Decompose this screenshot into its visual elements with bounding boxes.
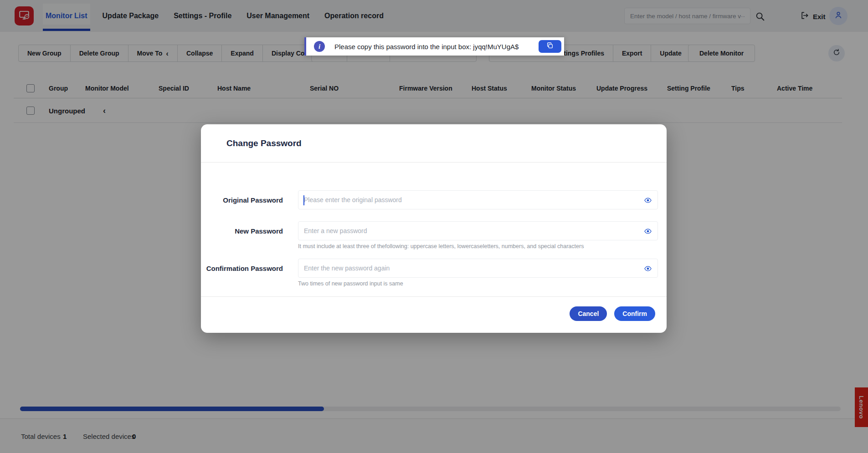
dialog-body: Original Password New Password (201, 163, 667, 331)
confirmation-password-field (298, 259, 658, 278)
show-password-icon[interactable] (644, 227, 652, 235)
confirmation-password-label: Confirmation Password (201, 265, 283, 272)
change-password-dialog: Change Password Original Password New Pa… (201, 124, 667, 333)
dialog-title: Change Password (226, 138, 302, 148)
new-password-field (298, 221, 658, 240)
original-password-row: Original Password (201, 190, 667, 209)
show-password-icon[interactable] (644, 265, 652, 273)
password-banner: i Please copy this password into the inp… (304, 37, 564, 56)
cancel-button[interactable]: Cancel (570, 306, 607, 321)
copy-password-button[interactable] (539, 40, 561, 53)
confirm-button[interactable]: Confirm (614, 306, 655, 321)
new-password-label: New Password (201, 227, 283, 235)
confirmation-password-input[interactable] (298, 259, 657, 277)
app-window: Monitor List Update Package Settings - P… (0, 0, 868, 453)
original-password-field (298, 190, 658, 209)
dialog-footer: Cancel Confirm (201, 296, 667, 331)
copy-icon (546, 42, 554, 51)
text-caret (303, 195, 304, 205)
info-icon: i (314, 41, 325, 52)
banner-message: Please copy this password into the input… (334, 43, 519, 51)
dialog-header: Change Password (201, 124, 667, 163)
new-password-hint: It must include at least three of thefol… (298, 243, 667, 249)
original-password-label: Original Password (201, 196, 283, 204)
confirmation-password-hint: Two times of new password input is same (298, 280, 667, 287)
new-password-row: New Password (201, 221, 667, 240)
new-password-input[interactable] (298, 222, 657, 240)
confirmation-password-row: Confirmation Password (201, 259, 667, 278)
show-password-icon[interactable] (644, 196, 652, 204)
original-password-input[interactable] (298, 191, 657, 209)
